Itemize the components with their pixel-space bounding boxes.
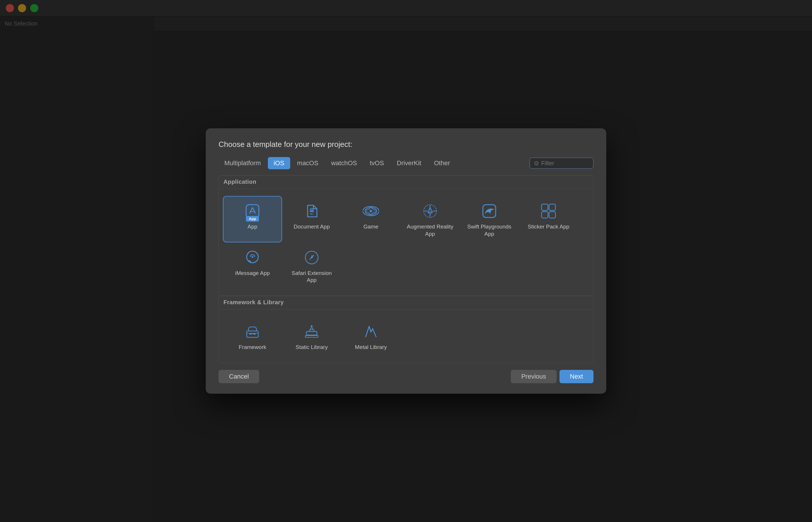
- filter-input[interactable]: [541, 160, 589, 167]
- framework-template-grid: Framework: [224, 314, 588, 358]
- svg-rect-0: [246, 205, 259, 218]
- template-game-label: Game: [363, 223, 378, 230]
- application-section-header: Application: [219, 175, 593, 189]
- template-swift-playgrounds[interactable]: Swift Playgrounds App: [460, 197, 518, 242]
- tab-other[interactable]: Other: [428, 157, 456, 169]
- template-static-library-label: Static Library: [296, 344, 328, 351]
- svg-rect-8: [542, 204, 548, 210]
- svg-rect-9: [549, 204, 556, 210]
- application-template-grid: App App: [224, 194, 588, 291]
- tab-driverkit[interactable]: DriverKit: [391, 157, 427, 169]
- ar-icon: [421, 202, 439, 220]
- tab-tvos[interactable]: tvOS: [364, 157, 390, 169]
- modal-footer: Cancel Previous Next: [218, 370, 594, 383]
- previous-button[interactable]: Previous: [511, 370, 557, 383]
- svg-point-21: [311, 325, 313, 327]
- template-document-app-label: Document App: [294, 223, 330, 230]
- application-section: Application App: [219, 175, 593, 296]
- svg-point-4: [370, 210, 372, 212]
- app-badge: App: [246, 216, 259, 222]
- template-sections: Application App: [218, 175, 594, 363]
- application-section-content: App App: [219, 191, 593, 296]
- app-icon: App: [243, 202, 262, 220]
- tab-watchos[interactable]: watchOS: [325, 157, 363, 169]
- template-app-label: App: [248, 223, 257, 230]
- template-framework-label: Framework: [238, 344, 266, 351]
- template-sticker-pack[interactable]: Sticker Pack App: [519, 197, 578, 242]
- swift-playgrounds-icon: [480, 202, 499, 220]
- sticker-icon: [539, 202, 558, 220]
- template-ar-app-label: Augmented Reality App: [404, 223, 456, 238]
- tab-multiplatform[interactable]: Multiplatform: [218, 157, 267, 169]
- template-safari-extension[interactable]: Safari Extension App: [283, 243, 341, 288]
- svg-rect-11: [549, 212, 556, 218]
- cancel-button[interactable]: Cancel: [218, 370, 259, 383]
- game-icon: [361, 202, 380, 220]
- static-library-icon: [303, 322, 321, 341]
- tab-ios[interactable]: iOS: [268, 157, 290, 169]
- template-chooser-dialog: Choose a template for your new project: …: [206, 128, 606, 394]
- framework-section-header: Framework & Library: [219, 296, 593, 309]
- imessage-icon: [243, 248, 262, 267]
- document-app-icon: [303, 202, 321, 220]
- template-document-app[interactable]: Document App: [283, 197, 341, 242]
- template-metal-library[interactable]: Metal Library: [342, 317, 400, 355]
- search-icon: ⊙: [534, 160, 539, 167]
- template-swift-playgrounds-label: Swift Playgrounds App: [464, 223, 515, 238]
- framework-library-section: Framework & Library: [219, 296, 593, 363]
- template-framework[interactable]: Framework: [224, 317, 282, 355]
- modal-title: Choose a template for your new project:: [218, 140, 594, 149]
- modal-overlay: Choose a template for your new project: …: [0, 0, 812, 522]
- svg-point-16: [311, 257, 313, 258]
- safari-icon: [303, 248, 321, 267]
- template-ar-app[interactable]: Augmented Reality App: [401, 197, 459, 242]
- footer-nav-buttons: Previous Next: [511, 370, 594, 383]
- template-safari-extension-label: Safari Extension App: [286, 270, 337, 284]
- svg-rect-10: [542, 212, 548, 218]
- template-imessage-label: iMessage App: [235, 270, 270, 277]
- template-game[interactable]: Game: [342, 197, 400, 242]
- filter-field[interactable]: ⊙: [529, 158, 594, 169]
- template-metal-library-label: Metal Library: [355, 344, 387, 351]
- platform-tab-bar: Multiplatform iOS macOS watchOS tvOS Dri…: [218, 157, 594, 169]
- template-static-library[interactable]: Static Library: [283, 317, 341, 355]
- template-imessage[interactable]: iMessage App: [224, 243, 282, 288]
- next-button[interactable]: Next: [560, 370, 594, 383]
- svg-point-13: [252, 256, 253, 258]
- tab-macos[interactable]: macOS: [291, 157, 324, 169]
- template-sticker-pack-label: Sticker Pack App: [527, 223, 569, 230]
- framework-icon: [243, 322, 262, 341]
- template-app[interactable]: App App: [224, 197, 282, 242]
- metal-library-icon: [361, 322, 380, 341]
- framework-section-content: Framework: [219, 312, 593, 363]
- svg-rect-20: [307, 332, 317, 335]
